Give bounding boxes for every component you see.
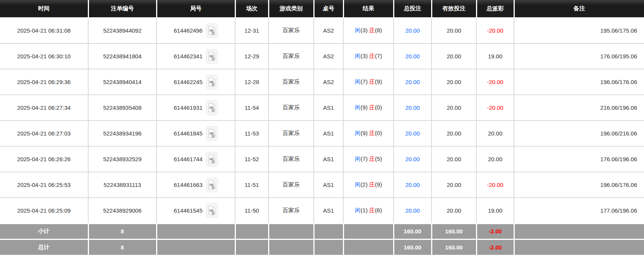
result-player-label: 闲 (355, 78, 361, 85)
col-header-round-id: 局号 (156, 0, 235, 18)
result-banker-label: 庄 (369, 207, 375, 213)
cell-round-id: 614461845 (156, 121, 235, 146)
col-header-table-no: 桌号 (314, 0, 343, 18)
cell-game-type: 百家乐 (268, 69, 314, 95)
result-banker-score: (5) (375, 155, 382, 162)
cell-valid-bet: 20.00 (432, 43, 476, 69)
video-replay-button[interactable] (206, 178, 218, 192)
video-replay-button[interactable] (206, 23, 218, 38)
total-valid-bet: 160.00 (432, 239, 476, 255)
cell-game-type: 百家乐 (268, 43, 314, 69)
cell-total-bet: 20.00 (394, 146, 432, 172)
table-row: 2025-04-21 06:29:36 522438940414 6144622… (0, 69, 644, 95)
cell-total-bet: 20.00 (394, 95, 432, 121)
cell-bet-id: 522438932529 (88, 146, 156, 172)
total-count: 8 (88, 239, 156, 255)
video-replay-button[interactable] (206, 49, 218, 64)
total-bet-link[interactable]: 20.00 (405, 104, 420, 111)
video-file-icon (208, 180, 216, 190)
result-banker-score: (9) (375, 181, 382, 188)
cell-payout: 20.00 (476, 146, 514, 172)
result-player-label: 闲 (355, 27, 361, 33)
col-header-payout: 总派彩 (476, 0, 514, 18)
result-banker-label: 庄 (369, 181, 375, 188)
cell-bet-id: 522438934196 (88, 121, 156, 146)
subtotal-payout: -2.00 (476, 223, 514, 239)
table-row: 2025-04-21 06:30:10 522438941804 6144623… (0, 43, 644, 69)
result-player-label: 闲 (355, 53, 361, 59)
cell-remark: 196.06/216.06 (514, 121, 644, 146)
table-row: 2025-04-21 06:27:34 522438935408 6144619… (0, 95, 644, 121)
cell-time: 2025-04-21 06:31:08 (0, 18, 88, 43)
result-banker-label: 庄 (369, 78, 375, 85)
video-replay-button[interactable] (206, 152, 218, 167)
cell-session: 11-51 (235, 172, 268, 198)
video-file-icon (208, 206, 216, 215)
cell-bet-id: 522438931113 (88, 172, 156, 198)
total-bet-link[interactable]: 20.00 (405, 79, 420, 85)
total-total-bet: 160.00 (394, 239, 432, 255)
total-empty-cell (235, 239, 268, 255)
total-empty-cell (268, 239, 314, 255)
cell-valid-bet: 20.00 (432, 146, 476, 172)
total-row: 总计 8 160.00 160.00 -2.00 (0, 239, 644, 255)
cell-table-no: AS1 (314, 172, 343, 198)
cell-game-type: 百家乐 (268, 172, 314, 198)
cell-payout: 20.00 (476, 121, 514, 146)
subtotal-empty-cell (268, 223, 314, 239)
cell-valid-bet: 20.00 (432, 198, 476, 223)
cell-game-type: 百家乐 (268, 121, 314, 146)
video-file-icon (208, 129, 216, 138)
subtotal-valid-bet: 160.00 (432, 223, 476, 239)
cell-session: 12-28 (235, 69, 268, 95)
video-replay-button[interactable] (206, 126, 218, 141)
cell-remark: 177.06/196.06 (514, 198, 644, 223)
cell-total-bet: 20.00 (394, 43, 432, 69)
cell-remark: 176.06/195.06 (514, 43, 644, 69)
result-banker-score: (7) (375, 53, 382, 59)
result-player-score: (7) (361, 155, 369, 162)
cell-table-no: AS2 (314, 18, 343, 43)
cell-table-no: AS1 (314, 121, 343, 146)
cell-bet-id: 522438940414 (88, 69, 156, 95)
col-header-remark: 备注 (514, 0, 644, 18)
cell-time: 2025-04-21 06:29:36 (0, 69, 88, 95)
cell-result: 闲(3) 庄(8) (343, 18, 394, 43)
cell-table-no: AS1 (314, 198, 343, 223)
table-row: 2025-04-21 06:25:09 522438929006 6144615… (0, 198, 644, 223)
round-number: 614461744 (174, 156, 203, 162)
cell-total-bet: 20.00 (394, 198, 432, 223)
result-player-label: 闲 (355, 104, 361, 111)
cell-table-no: AS2 (314, 69, 343, 95)
table-row: 2025-04-21 06:27:03 522438934196 6144618… (0, 121, 644, 146)
table-body: 2025-04-21 06:31:08 522438944092 6144624… (0, 18, 644, 223)
total-bet-link[interactable]: 20.00 (405, 53, 420, 59)
subtotal-empty-cell (314, 223, 343, 239)
round-number: 614462245 (174, 79, 203, 85)
video-replay-button[interactable] (206, 75, 218, 89)
video-file-icon (208, 77, 216, 87)
subtotal-empty-cell (514, 223, 644, 239)
total-bet-link[interactable]: 20.00 (405, 207, 420, 214)
round-number: 614461663 (174, 182, 203, 188)
result-banker-label: 庄 (369, 53, 375, 59)
cell-payout: 19.00 (476, 43, 514, 69)
header-row: 时间 注单编号 局号 场次 游戏类别 桌号 结果 总投注 有效投注 总派彩 备注 (0, 0, 644, 18)
total-label: 总计 (0, 239, 88, 255)
total-bet-link[interactable]: 20.00 (405, 27, 420, 34)
round-number: 614461845 (174, 130, 203, 137)
video-replay-button[interactable] (206, 101, 218, 115)
total-bet-link[interactable]: 20.00 (405, 156, 420, 162)
cell-remark: 176.06/196.06 (514, 146, 644, 172)
col-header-total-bet: 总投注 (394, 0, 432, 18)
total-bet-link[interactable]: 20.00 (405, 130, 420, 137)
result-banker-score: (9) (375, 78, 382, 85)
cell-session: 11-50 (235, 198, 268, 223)
video-replay-button[interactable] (206, 203, 218, 218)
cell-total-bet: 20.00 (394, 121, 432, 146)
total-bet-link[interactable]: 20.00 (405, 182, 420, 188)
cell-result: 闲(2) 庄(9) (343, 172, 394, 198)
col-header-result: 结果 (343, 0, 394, 18)
cell-payout: -20.00 (476, 18, 514, 43)
cell-time: 2025-04-21 06:27:03 (0, 121, 88, 146)
